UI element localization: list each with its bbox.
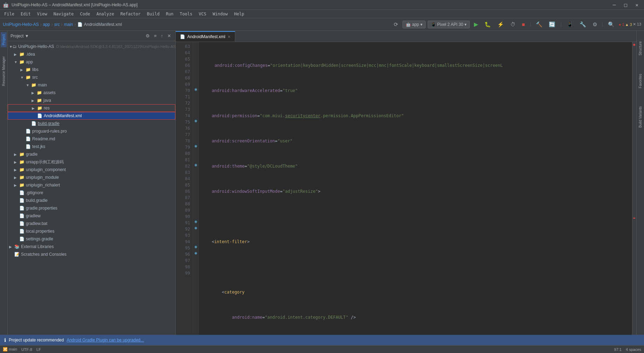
tree-root[interactable]: ▼ 🗂 UniPlugin-Hello-AS D:\desktop\Androi… (8, 43, 175, 50)
tree-res[interactable]: ▶ 📁 res (8, 104, 175, 112)
build-button[interactable]: 🔨 (534, 20, 545, 29)
code-line-67: android:theme="@style/DCLoudTheme" (202, 163, 629, 169)
code-line-66: android:screenOrientation="user" (202, 138, 629, 144)
tree-gradle[interactable]: ▶ 📁 gradle (8, 150, 175, 158)
resource-manager-icon[interactable]: Resource Manager (1, 54, 7, 88)
titlebar-controls[interactable]: ─ □ ✕ (610, 2, 641, 8)
code-line-71 (202, 264, 629, 270)
tree-build-gradle-app[interactable]: 📄 build.gradle (8, 120, 175, 127)
tree-proguard[interactable]: 📄 proguard-rules.pro (8, 127, 175, 135)
tree-assets[interactable]: ▶ 📁 assets (8, 89, 175, 97)
menu-build[interactable]: Build (144, 11, 162, 17)
tree-gradle-properties[interactable]: 📄 gradle.properties (8, 204, 175, 212)
code-content[interactable]: android:configChanges="orientation|keybo… (199, 42, 632, 335)
editor-tab-manifest[interactable]: 📄 AndroidManifest.xml ✕ (176, 31, 235, 42)
titlebar-left: 🤖 UniPlugin-Hello-AS – AndroidManifest.x… (3, 2, 138, 8)
breadcrumb-module[interactable]: app (43, 22, 50, 27)
tree-idea[interactable]: ▶ 📁 .idea (8, 50, 175, 58)
tree-uniapp[interactable]: ▶ 📁 uniapp示例工程源码 (8, 158, 175, 166)
run-button[interactable]: ▶ (472, 20, 480, 29)
favorites-panel-icon[interactable]: Favorites (637, 72, 643, 90)
menu-vcs[interactable]: VCS (196, 11, 209, 17)
settings-button[interactable]: ⚙ (590, 20, 599, 29)
tree-uniplugin-component[interactable]: ▶ 📁 uniplugin_component (8, 166, 175, 174)
tree-app[interactable]: ▼ 📁 app (8, 58, 175, 66)
status-line-sep[interactable]: LF (36, 347, 41, 352)
tree-settings-gradle[interactable]: 📄 settings.gradle (8, 235, 175, 243)
tree-local-properties[interactable]: 📄 local.properties (8, 227, 175, 235)
root-path: D:\desktop\Android-SDK@3.3.4.81183_20211… (56, 44, 175, 49)
menu-run[interactable]: Run (163, 11, 176, 17)
run-config-dropdown[interactable]: 🤖 app ▾ (402, 21, 426, 28)
status-bar: 🔀 main UTF-8 LF 97:1 4 spaces (0, 345, 644, 353)
status-git[interactable]: 🔀 main (3, 347, 17, 352)
notification-link[interactable]: Android Gradle Plugin can be upgraded... (66, 338, 144, 343)
breadcrumb-project[interactable]: UniPlugin-Hello-AS (3, 22, 39, 27)
run-toolbar: ⟳ 🤖 app ▾ 📱 Pixel 2 API 30 ▾ ▶ 🐛 ⚡ ⏱ ■ |… (389, 20, 644, 29)
sync-project-button[interactable]: 🔄 (547, 20, 558, 29)
code-line-65: android:permission="com.miui.securitycen… (202, 113, 629, 119)
tree-testjks[interactable]: 📄 test.jks (8, 143, 175, 150)
run-coverage[interactable]: ⚡ (495, 20, 506, 29)
menu-navigate[interactable]: Navigate (51, 11, 77, 17)
profile-button[interactable]: ⏱ (508, 20, 518, 29)
search-everywhere[interactable]: 🔍 (606, 20, 617, 29)
breadcrumb-src[interactable]: src (54, 22, 60, 27)
tree-gradlew[interactable]: 📄 gradlew (8, 212, 175, 220)
tree-external-libs[interactable]: ▶ 📚 External Libraries (8, 243, 175, 250)
warning-count: ▲ 3 (625, 22, 632, 27)
sdk-button[interactable]: 🔧 (578, 20, 588, 29)
maximize-button[interactable]: □ (621, 2, 630, 8)
avd-button[interactable]: 📱 (565, 20, 575, 29)
device-dropdown[interactable]: 📱 Pixel 2 API 30 ▾ (428, 21, 470, 28)
breadcrumb-main[interactable]: main (64, 22, 73, 27)
tree-readme[interactable]: 📄 Readme.md (8, 135, 175, 143)
menu-code[interactable]: Code (77, 11, 93, 17)
tab-close[interactable]: ✕ (227, 35, 231, 39)
main-area: Project Resource Manager Project ▼ ⚙ ≡ ↑… (0, 31, 644, 335)
tree-java[interactable]: ▶ 📁 java (8, 97, 175, 104)
panel-tool-close[interactable]: ✕ (166, 33, 173, 39)
menu-help[interactable]: Help (231, 11, 247, 17)
stop-button[interactable]: ■ (520, 20, 527, 29)
tree-libs[interactable]: ▶ 📁 libs (8, 66, 175, 73)
menu-edit[interactable]: Edit (18, 11, 34, 17)
tree-manifest[interactable]: 📄 AndroidManifest.xml (8, 112, 175, 120)
menubar: File Edit View Navigate Code Analyze Ref… (0, 10, 644, 18)
menu-window[interactable]: Window (210, 11, 230, 17)
tree-uniplugin-richalert[interactable]: ▶ 📁 uniplugin_richalert (8, 181, 175, 189)
tree-main[interactable]: ▼ 📁 main (8, 81, 175, 89)
panel-tools: ⚙ ≡ ↑ ✕ (144, 33, 173, 39)
menu-file[interactable]: File (1, 11, 17, 17)
panel-tool-collapse[interactable]: ≡ (153, 33, 158, 39)
tree-uniplugin-module[interactable]: ▶ 📁 uniplugin_module (8, 174, 175, 181)
notification-icon: ℹ (4, 337, 6, 343)
menu-view[interactable]: View (34, 11, 50, 17)
menu-refactor[interactable]: Refactor (118, 11, 144, 17)
tree-src[interactable]: ▼ 📁 src (8, 73, 175, 81)
tree-gitignore[interactable]: 📄 .gitignore (8, 189, 175, 197)
close-button[interactable]: ✕ (633, 2, 641, 8)
scratches-and-consoles[interactable]: 📝 Scratches and Consoles (8, 250, 175, 258)
panel-tool-expand[interactable]: ↑ (160, 33, 165, 39)
breadcrumb-file[interactable]: AndroidManifest.xml (84, 22, 122, 27)
status-encoding[interactable]: UTF-8 (21, 347, 32, 352)
panel-title[interactable]: Project ▼ (10, 34, 29, 38)
minimize-button[interactable]: ─ (610, 2, 618, 8)
code-editor[interactable]: 63 64 65 66 67 68 69 70 71 72 73 74 75 7… (176, 42, 636, 335)
panel-tool-gear[interactable]: ⚙ (144, 33, 151, 39)
tree-root-label: UniPlugin-Hello-AS (18, 44, 54, 49)
tree-gradlew-bat[interactable]: 📄 gradlew.bat (8, 220, 175, 227)
tree-build-gradle-root[interactable]: 📄 build.gradle (8, 197, 175, 204)
sync-button[interactable]: ⟳ (392, 20, 400, 29)
titlebar-title: UniPlugin-Hello-AS – AndroidManifest.xml… (12, 2, 138, 7)
panel-header: Project ▼ ⚙ ≡ ↑ ✕ (8, 31, 175, 41)
debug-button[interactable]: 🐛 (482, 20, 493, 29)
breadcrumb-sep4: › (75, 22, 76, 27)
menu-tools[interactable]: Tools (177, 11, 195, 17)
menu-analyze[interactable]: Analyze (93, 11, 117, 17)
project-side-icon[interactable]: Project (1, 32, 7, 47)
build-variants-icon[interactable]: Build Variants (637, 104, 643, 130)
structure-panel-icon[interactable]: Structure (637, 39, 643, 58)
breadcrumb-sep3: › (61, 22, 63, 27)
